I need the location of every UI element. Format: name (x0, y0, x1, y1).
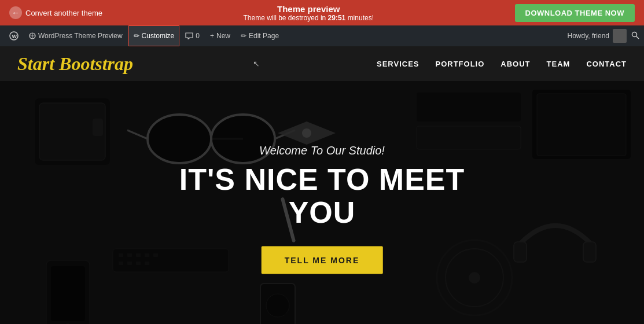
hero-content: Welcome To Our Studio! IT'S NICE TO MEET… (161, 144, 483, 274)
nav-contact[interactable]: CONTACT (586, 60, 627, 68)
customize-button[interactable]: ✏ Customize (128, 25, 180, 46)
edit-page-label: Edit Page (249, 32, 279, 40)
comments-count: 0 (196, 32, 200, 40)
admin-bar-left: W WordPress Theme Preview ✏ Customize 0 … (5, 25, 284, 46)
svg-rect-25 (583, 242, 596, 262)
convert-another-theme-button[interactable]: ← Convert another theme (9, 6, 102, 19)
wordpress-theme-preview-button[interactable]: WordPress Theme Preview (24, 25, 127, 46)
wp-icon: W (9, 31, 19, 41)
comment-icon (185, 32, 193, 39)
edit-icon: ✏ (241, 32, 246, 40)
svg-rect-8 (35, 98, 110, 165)
svg-line-6 (636, 36, 639, 39)
svg-rect-43 (145, 262, 149, 265)
new-content-button[interactable]: + New (205, 25, 235, 46)
svg-rect-24 (514, 242, 527, 262)
edit-page-button[interactable]: ✏ Edit Page (236, 25, 284, 46)
svg-rect-35 (119, 253, 123, 257)
svg-rect-41 (127, 262, 132, 265)
svg-rect-9 (39, 103, 105, 160)
svg-point-33 (266, 294, 289, 317)
banner-center-info: Theme preview Theme will be destroyed in… (244, 4, 374, 22)
theme-preview-banner: ← Convert another theme Theme preview Th… (0, 0, 644, 25)
nav-services[interactable]: SERVICES (377, 60, 419, 68)
customize-label: Customize (142, 32, 175, 40)
banner-title: Theme preview (244, 4, 374, 14)
svg-point-18 (302, 128, 311, 138)
svg-rect-39 (153, 253, 158, 257)
countdown-timer: 29:51 (328, 14, 346, 22)
back-label: Convert another theme (25, 9, 102, 17)
svg-rect-32 (260, 284, 295, 324)
nav-about[interactable]: ABOUT (501, 60, 530, 68)
theme-preview-label: WordPress Theme Preview (38, 32, 123, 40)
svg-rect-36 (127, 253, 132, 257)
svg-rect-19 (417, 93, 521, 122)
site-icon (29, 32, 36, 39)
banner-subtitle: Theme will be destroyed in 29:51 minutes… (244, 14, 374, 22)
howdy-user-button[interactable]: Howdy, friend (568, 29, 627, 43)
svg-rect-29 (46, 260, 90, 324)
cursor-indicator: ↖ (253, 59, 260, 68)
svg-rect-42 (136, 262, 141, 265)
plus-icon: + (210, 32, 214, 40)
wp-admin-bar: W WordPress Theme Preview ✏ Customize 0 … (0, 25, 644, 46)
site-navigation: SERVICES PORTFOLIO ABOUT TEAM CONTACT (377, 60, 627, 68)
back-icon: ← (9, 6, 22, 19)
svg-rect-10 (93, 119, 103, 136)
nav-team[interactable]: TEAM (547, 60, 571, 68)
svg-point-5 (632, 32, 637, 36)
hero-subtitle: Welcome To Our Studio! (161, 144, 483, 157)
svg-rect-22 (537, 94, 626, 156)
search-button[interactable] (631, 31, 639, 41)
new-label: New (216, 32, 230, 40)
svg-text:W: W (12, 34, 17, 39)
svg-rect-40 (119, 262, 123, 265)
customize-pencil-icon: ✏ (134, 32, 139, 40)
svg-rect-30 (51, 266, 85, 321)
nav-portfolio[interactable]: PORTFOLIO (435, 60, 484, 68)
wp-logo-button[interactable]: W (5, 25, 23, 46)
hero-title: IT'S NICE TO MEET YOU (161, 163, 483, 229)
svg-rect-38 (145, 253, 149, 257)
svg-rect-37 (136, 253, 141, 257)
hero-section: Welcome To Our Studio! IT'S NICE TO MEET… (0, 81, 644, 324)
admin-bar-right: Howdy, friend (568, 29, 639, 43)
svg-line-14 (127, 130, 148, 139)
svg-line-15 (275, 130, 295, 139)
site-header: Start Bootstrap ↖ SERVICES PORTFOLIO ABO… (0, 46, 644, 81)
howdy-label: Howdy, friend (568, 32, 609, 40)
svg-rect-21 (532, 90, 631, 159)
download-theme-button[interactable]: DOWNLOAD THEME NOW (515, 4, 635, 22)
comments-button[interactable]: 0 (181, 25, 204, 46)
user-avatar (613, 29, 627, 43)
search-icon (631, 31, 639, 39)
hero-cta-button[interactable]: TELL ME MORE (262, 246, 383, 274)
site-title: Start Bootstrap (17, 53, 133, 75)
